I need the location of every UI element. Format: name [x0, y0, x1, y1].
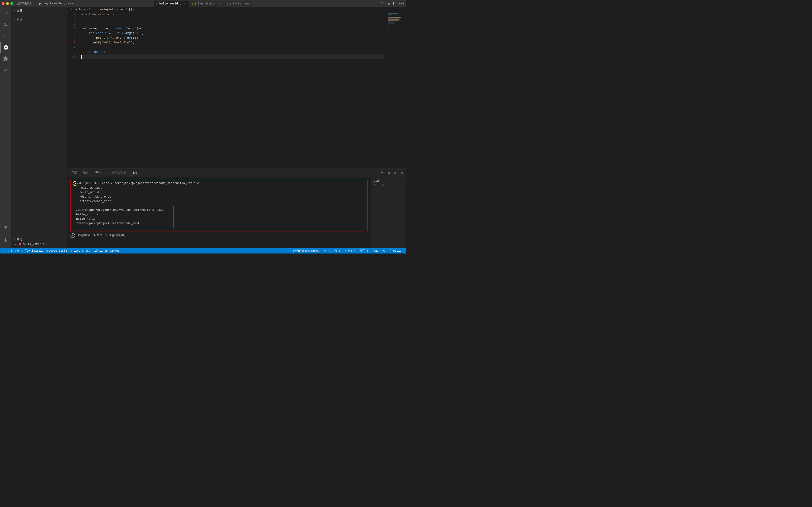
activity-source-control[interactable] [0, 31, 11, 42]
branch-icon[interactable]: ⑂ [380, 1, 385, 6]
cursor [81, 55, 82, 59]
split-terminal-button[interactable]: ⊡ [386, 170, 391, 175]
ln-8: 8 [68, 17, 75, 21]
kw-int2: int [98, 26, 103, 31]
activity-explorer[interactable] [0, 8, 11, 19]
config-chevron[interactable]: ⌄ [64, 2, 65, 5]
output-line-1: /Users/jack/project/test/vscode_test/hel… [76, 208, 170, 213]
status-live-share-icon: ⚡ [71, 249, 72, 253]
space [96, 12, 98, 17]
terminal-echo-3: /Users/jack/projec [73, 195, 366, 199]
editor-tabs: C hello_world.c ✕ { } launch.json ✕ { } … [103, 1, 303, 7]
terminal-echo-2: hello_world [73, 190, 366, 195]
reuse-star-icon: ✱ [70, 233, 75, 238]
breakpoints-header[interactable]: ▾ 断点 [14, 238, 65, 241]
panel-tab-problems[interactable]: 问题 [69, 170, 80, 176]
tab-close-hello-world-c[interactable]: ✕ [183, 2, 187, 6]
status-encoding-label: UTF-8 [360, 249, 369, 252]
status-indent[interactable]: 空格: 4 [344, 248, 357, 253]
panel-tab-debug-console[interactable]: 调试控制台 [109, 170, 128, 176]
ln-5: 5 [68, 31, 75, 36]
panel-tab-output[interactable]: 输出 [81, 170, 91, 176]
panel-controls: + ⊡ ∧ ✕ [380, 170, 404, 175]
breadcrumb: C hello_world.c › main(int, char * []) [68, 7, 406, 12]
tab-launch-json[interactable]: { } launch.json ✕ [189, 1, 224, 7]
play-icon[interactable]: ▶ [39, 1, 42, 6]
terminal-side-zsh-label: zsh [374, 179, 379, 183]
settings-icon[interactable]: ⚙ [386, 1, 391, 6]
tab-label-launch-json: launch.json [198, 2, 216, 5]
status-branch[interactable]: ⑂ [2, 248, 5, 253]
terminal-echo-4: t/test/vscode_test [73, 199, 366, 204]
config-more[interactable]: ••• [67, 2, 73, 5]
status-eol[interactable]: Mac [373, 248, 380, 253]
kw-return: return [89, 50, 100, 54]
activity-run-debug[interactable] [0, 42, 11, 53]
status-indent-label: 空格: 4 [345, 249, 356, 253]
status-encoding[interactable]: UTF-8 [359, 248, 370, 253]
status-language[interactable]: C [382, 248, 386, 253]
status-run-config[interactable]: ▶ Toy Example (vscode_test) [21, 248, 68, 253]
terminal-side-zsh[interactable]: zsh [373, 179, 404, 183]
code-line-7 [81, 21, 384, 26]
panel-tab-jupyter[interactable]: JUPYTER [92, 170, 109, 176]
activity-extensions[interactable] [0, 53, 11, 64]
status-formatter[interactable]: Prettier [389, 248, 404, 253]
tab-icon-tasks-json: { } [227, 2, 232, 5]
new-terminal-button[interactable]: + [380, 170, 385, 175]
watch-chevron: ▾ [14, 18, 16, 21]
tab-hello-world-c[interactable]: C hello_world.c ✕ [154, 1, 189, 7]
maximize-traffic-light[interactable] [10, 2, 13, 5]
code-content[interactable]: #include <stdio.h> int main ( int argc [78, 12, 384, 169]
layout-icon[interactable]: ⋮⋮ [393, 1, 398, 6]
breakpoints-section: ▾ 断点 ✓ hello_world.c 7 [11, 236, 67, 248]
titlebar-right: ⑂ ⚙ ⋮⋮ ••• [305, 1, 404, 6]
tab-close-launch-json[interactable]: ✕ [218, 2, 221, 6]
activity-test[interactable] [0, 64, 11, 75]
tab-label-tasks-json: tasks.json [233, 2, 250, 5]
breadcrumb-icon-c: C [70, 8, 72, 11]
breakpoint-item: ✓ hello_world.c 7 [14, 242, 65, 246]
close-traffic-light[interactable] [2, 2, 5, 5]
maximize-panel-button[interactable]: ∧ [393, 170, 398, 175]
close-panel-button[interactable]: ✕ [399, 170, 404, 175]
activity-bottom [0, 222, 11, 247]
task-star-icon: ✱ [73, 181, 78, 186]
str-format: "%s\n" [109, 36, 120, 40]
breadcrumb-separator: › [97, 8, 99, 11]
status-error-count: 0 [17, 249, 19, 252]
ellipsis-icon[interactable]: ••• [399, 1, 404, 6]
status-yanked[interactable]: 10 lines yanked [93, 248, 120, 253]
terminal-main[interactable]: ✱ 正在执行任务： echo /Users/jack/project/test/… [68, 177, 371, 248]
terminal-echo-1: hello_world.c [73, 186, 366, 190]
watch-section: ▾ 监视 [11, 16, 67, 23]
activity-remote[interactable] [0, 222, 11, 233]
breakpoint-checkbox[interactable]: ✓ [14, 243, 17, 246]
panel-body: ✱ 正在执行任务： echo /Users/jack/project/test/… [68, 177, 406, 248]
var-argv2: argv [123, 36, 131, 40]
minimize-traffic-light[interactable] [6, 2, 9, 5]
traffic-lights [2, 2, 13, 5]
panel: 问题 输出 JUPYTER 调试控制台 终端 + ⊡ ∧ ✕ [68, 169, 406, 248]
panel-tab-terminal[interactable]: 终端 [129, 170, 140, 176]
run-debug-button[interactable]: 运行和调试 [16, 1, 33, 6]
variables-header[interactable]: ▾ 变量 [14, 9, 65, 12]
kw-int3: int [98, 31, 103, 36]
task-indicator: ✱ [73, 181, 78, 186]
tab-tasks-json[interactable]: { } tasks.json [224, 1, 252, 6]
terminal-side-e[interactable]: e... ✓ [373, 183, 404, 187]
activity-search[interactable] [0, 19, 11, 31]
activity-account[interactable] [0, 234, 11, 245]
code-editor[interactable]: 9 8 7 6 5 4 3 2 1 10 #include <st [68, 12, 406, 169]
code-line-10 [81, 54, 384, 59]
watch-header[interactable]: ▾ 监视 [14, 18, 65, 21]
debug-sidebar: ▾ 变量 ▾ 监视 ▾ 断点 ✓ hello_world.c 7 [11, 7, 68, 248]
status-live-share[interactable]: ⚡ Live Share [70, 248, 91, 253]
status-warnings[interactable]: ⚠ 0 ✕ 0 [7, 248, 20, 253]
tab-icon-launch-json: { } [192, 2, 196, 5]
editor-scrollbar[interactable] [384, 12, 387, 169]
status-screen-reader[interactable]: 已为屏幕阅读器优化 [292, 248, 319, 253]
ln-2: 2 [68, 45, 75, 50]
status-cursor-pos[interactable]: 行 10，列 1 [322, 248, 341, 253]
breakpoints-chevron: ▾ [14, 238, 16, 241]
